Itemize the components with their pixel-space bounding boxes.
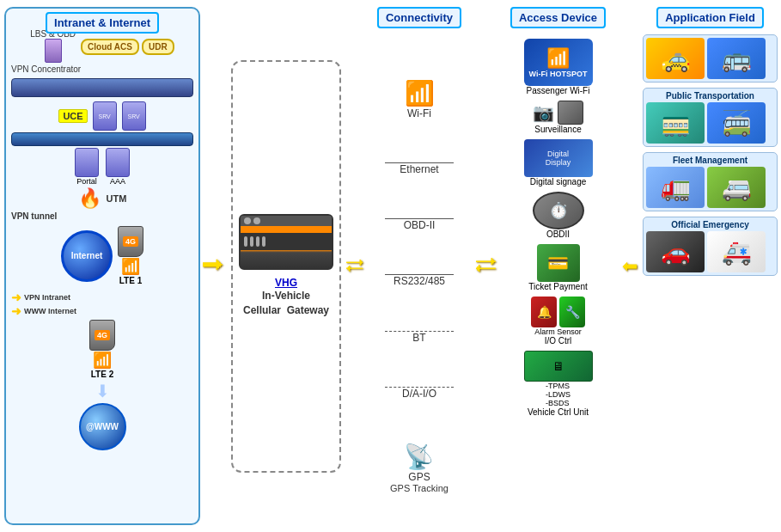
double-arrow-icon-3: ⮂ [474,253,497,279]
main-container: Intranet & Internet LBS & OBD Cloud ACS … [0,0,781,532]
arrow-intranet-vhg: ⮕ [200,0,226,532]
vhg-stripe [241,226,332,233]
sensor-box: 🔧 [559,297,585,327]
conn-obd: OBD-II [385,218,454,231]
access-item-signage: DigitalDisplay Digital signage [499,139,617,187]
internet-globe: Internet [61,230,113,282]
conn-wifi: 📶 Wi-Fi [405,79,435,119]
double-arrow-icon-1: ⮕ [201,252,225,280]
surveillance-icons: 📷 [533,101,583,125]
terminal-icon: 💳 [547,253,569,273]
app-truck: 🚛 [646,167,705,208]
gauge-icon: ⏱️ [549,201,568,220]
alarm-icon: 🔔 [537,305,552,319]
app-police-car: 🚗 [646,231,705,272]
app-tram: 🚃 [646,102,705,144]
intranet-title: Intranet & Internet [46,12,159,34]
alarm-label: Alarm [534,327,557,336]
connectivity-items: 📶 Wi-Fi Ethernet OBD-II RS232/485 BT [363,40,475,532]
lte1-label: LTE 1 [118,276,143,285]
vert-arrow-down: ⬇ [95,381,110,401]
conn-gps: 📡 GPS GPS Tracking [390,443,448,493]
appfield-section-2: Fleet Management 🚛 🚐 [643,152,778,211]
intranet-top: LBS & OBD Cloud ACS UDR VPN Concentrator… [11,29,193,450]
aaa-server [106,148,130,177]
antenna-3 [256,236,259,247]
vhg-box: VHG In-VehicleCellular Gateway [231,60,341,473]
sim-icon-1: 4G [118,226,143,257]
lte-badge-1: 4G [123,236,138,247]
vhg-link[interactable]: VHG [243,277,329,289]
access-item-ticket: 💳 Ticket Payment [499,244,617,291]
lbs-obd-label: LBS & OBD [30,29,76,63]
sensor-label: Sensor [557,327,582,336]
connectivity-title: Connectivity [377,7,461,28]
app-minibus: 🚐 [707,167,766,208]
antenna-1 [244,236,247,247]
lte2-group: 4G 📶 LTE 2 [89,320,115,379]
app-bus-blue: 🚌 [707,38,766,79]
uce-label: UCE [58,109,87,123]
conn-rs232: RS232/485 [385,274,454,287]
connectivity-panel: Connectivity 📶 Wi-Fi Ethernet OBD-II RS2… [363,0,475,532]
www-globe: @WWW [79,403,126,450]
aaa-area: AAA [106,148,130,186]
portal-aaa-row: Portal AAA [75,148,130,186]
flame-icon: 🔥 [78,187,101,210]
ticket-terminal: 💳 [537,244,580,282]
right-arrow-www: ➜ [11,304,21,318]
www-internet-line: ➜ WWW Internet [11,304,193,318]
vhg-port-1 [244,217,251,224]
app-car-yellow: 🚕 [646,38,705,79]
lbs-cloud-row: LBS & OBD Cloud ACS UDR [11,29,193,63]
udr-label: UDR [142,39,174,55]
access-item-io: 🔔 🔧 Alarm Sensor I/O Ctrl [499,297,617,345]
vpn-intranet-line: ➜ VPN Intranet [11,290,193,304]
vpn-tunnel-label: VPN tunnel [11,211,193,221]
wifi-icon: 📶 [405,79,435,107]
cloud-label: Cloud ACS [81,39,139,55]
vpn-intranet-row: ➜ VPN Intranet ➜ WWW Internet [11,290,193,318]
router-device [11,78,193,97]
vcu-sublabels: -TPMS -LDWS -BSDS [546,382,570,407]
wifi-signal-2: 📶 [93,352,112,369]
utm-label: UTM [107,193,127,204]
appfield-row-0: 🚕 🚌 [646,38,774,79]
lte-badge-2: 4G [95,330,110,340]
double-arrow-icon-4: ⬅ [622,255,638,278]
appfield-label-2: Fleet Management [646,156,774,165]
appfield-label-1: Public Transportation [646,91,774,101]
cloud-box-area: Cloud ACS UDR [81,37,174,55]
appfield-title-bar: Application Field [656,7,764,28]
access-panel: Access Device 📶 Wi-Fi HOTSPOT Passenger … [496,0,620,532]
sim-icon-2: 4G [89,320,115,351]
wifi-icon-hotspot: 📶 [546,47,570,70]
access-item-wifi: 📶 Wi-Fi HOTSPOT Passenger Wi-Fi [499,39,617,95]
lte2-row: 4G 📶 LTE 2 [11,320,193,379]
vhg-description: In-VehicleCellular Gateway [243,289,329,318]
app-bus-transit: 🚎 [707,102,766,144]
access-item-vcu: 🖥 -TPMS -LDWS -BSDS Vehicle Ctrl Unit [499,351,617,417]
access-items-list: 📶 Wi-Fi HOTSPOT Passenger Wi-Fi 📷 Survei… [496,39,620,417]
arrow-conn-access: ⮂ [475,0,496,532]
utm-row: 🔥 UTM [11,187,193,210]
uce-row: UCE SRV SRV [11,101,193,131]
circuit-board-box: 🖥 [524,351,593,382]
appfield-section-1: Public Transportation 🚃 🚎 [643,88,778,147]
nvr-box [558,101,583,125]
vhg-labels: VHG In-VehicleCellular Gateway [243,277,329,318]
antenna-2 [250,236,253,247]
gps-signal-icon: 📡 [390,443,448,471]
access-item-obd: ⏱️ OBDII [499,192,617,239]
wifi-hotspot-box: 📶 Wi-Fi HOTSPOT [524,39,593,86]
vhg-port-2 [253,217,260,224]
wifi-signal-1: 📶 [121,258,140,275]
appfield-section-0: 🚕 🚌 [643,34,778,83]
appfield-row-1: 🚃 🚎 [646,102,774,144]
signage-display: DigitalDisplay [524,139,593,177]
lte1-box: 4G 📶 LTE 1 [118,226,143,285]
server-icon-1: SRV [93,101,117,131]
internet-globe-circle: Internet [61,230,113,282]
portal-area: Portal [75,148,99,186]
vhg-device-image [239,214,333,270]
